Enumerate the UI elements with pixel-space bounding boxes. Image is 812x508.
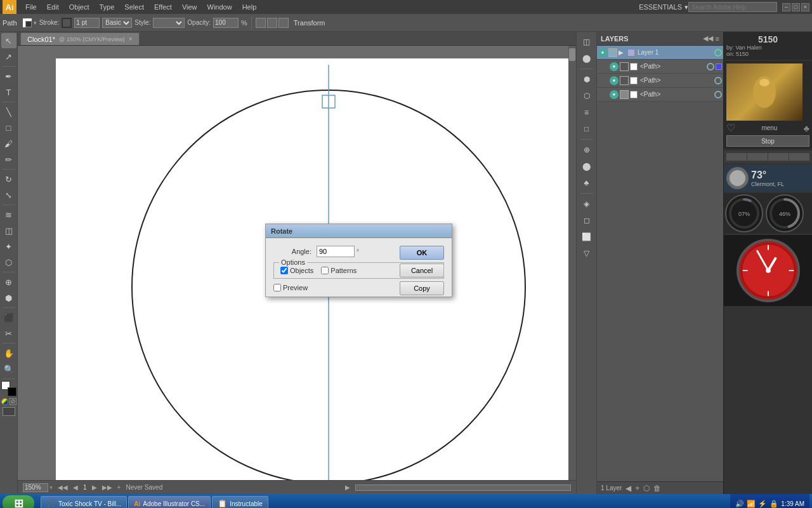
rotate-tool[interactable]: ↻ bbox=[1, 171, 16, 187]
spacing-icon[interactable] bbox=[278, 18, 289, 28]
panel-btn-5[interactable]: ≡ bbox=[579, 105, 594, 120]
symbol-tool[interactable]: ⊕ bbox=[1, 274, 16, 290]
pencil-tool[interactable]: ✏ bbox=[1, 152, 16, 167]
layer-row-0[interactable]: ● ▶ Layer 1 bbox=[597, 46, 723, 60]
tab-close-button[interactable]: × bbox=[129, 36, 133, 43]
select-tool[interactable]: ↖ bbox=[1, 33, 16, 48]
opacity-input[interactable] bbox=[213, 18, 239, 28]
artboard-tool[interactable]: ⬛ bbox=[1, 310, 16, 325]
slice-tool[interactable]: ✂ bbox=[1, 326, 16, 341]
layer-eye-0[interactable]: ● bbox=[598, 48, 607, 57]
panel-btn-12[interactable]: ⬜ bbox=[579, 229, 594, 244]
angle-input[interactable] bbox=[317, 246, 355, 257]
brush-tool[interactable]: 🖌 bbox=[1, 136, 16, 151]
add-page-button[interactable]: + bbox=[117, 484, 121, 491]
panel-btn-2[interactable]: ⬤ bbox=[579, 51, 594, 66]
warp-tool[interactable]: ≋ bbox=[1, 207, 16, 222]
next-track-button[interactable]: ♣ bbox=[804, 123, 809, 133]
stroke-weight-input[interactable] bbox=[74, 18, 100, 28]
panel-btn-9[interactable]: ♣ bbox=[579, 175, 594, 190]
menu-effect[interactable]: Effect bbox=[149, 2, 177, 12]
layer-page-prev[interactable]: ◀ bbox=[625, 484, 631, 493]
copy-button[interactable]: Copy bbox=[400, 281, 444, 295]
panel-btn-8[interactable]: ⬤ bbox=[579, 159, 594, 174]
start-button[interactable]: ⊞ bbox=[3, 495, 34, 508]
minimize-button[interactable]: – bbox=[782, 3, 790, 11]
panel-btn-7[interactable]: ⊕ bbox=[579, 142, 594, 157]
canvas-area[interactable]: Rotate OK Cancel Copy Angle: bbox=[18, 46, 576, 480]
play-button[interactable]: ▶ bbox=[345, 484, 350, 491]
vertical-scrollbar[interactable] bbox=[568, 46, 576, 480]
panel-btn-6[interactable]: □ bbox=[579, 121, 594, 137]
layer-visibility-1[interactable] bbox=[620, 62, 629, 71]
objects-checkbox-label[interactable]: Objects bbox=[280, 267, 313, 274]
stop-button[interactable]: Stop bbox=[726, 135, 809, 147]
distribute-icon[interactable] bbox=[267, 18, 277, 28]
layer-row-2[interactable]: ● <Path> bbox=[597, 74, 723, 88]
color-icon[interactable] bbox=[1, 398, 8, 405]
zoom-tool[interactable]: 🔍 bbox=[1, 361, 16, 377]
layer-eye-1[interactable]: ● bbox=[610, 62, 619, 71]
layer-eye-3[interactable]: ● bbox=[610, 90, 619, 99]
layer-page-btn[interactable]: ⬡ bbox=[643, 484, 650, 493]
layer-visibility-0[interactable] bbox=[608, 48, 617, 57]
layer-eye-2[interactable]: ● bbox=[610, 76, 619, 85]
rect-tool[interactable]: □ bbox=[1, 120, 16, 135]
layer-target-3[interactable] bbox=[714, 91, 722, 98]
layer-row-3[interactable]: ● <Path> bbox=[597, 88, 723, 102]
objects-checkbox[interactable] bbox=[280, 267, 288, 274]
type-tool[interactable]: T bbox=[1, 84, 16, 100]
none-icon[interactable]: ∅ bbox=[10, 398, 16, 405]
eyedropper-tool[interactable]: ✦ bbox=[1, 239, 16, 254]
hand-tool[interactable]: ✋ bbox=[1, 345, 16, 361]
maximize-button[interactable]: □ bbox=[792, 3, 800, 11]
search-input[interactable] bbox=[688, 2, 777, 12]
layer-add-btn[interactable]: + bbox=[635, 484, 639, 493]
line-tool[interactable]: ╲ bbox=[1, 104, 16, 119]
layers-options-btn[interactable]: ≡ bbox=[716, 35, 719, 43]
style-select[interactable] bbox=[153, 18, 185, 28]
layer-delete-btn[interactable]: 🗑 bbox=[653, 484, 661, 493]
pen-tool[interactable]: ✒ bbox=[1, 69, 16, 84]
layer-visibility-2[interactable] bbox=[620, 76, 629, 85]
nav-forward[interactable]: ▶ bbox=[92, 484, 97, 491]
close-button[interactable]: × bbox=[801, 3, 809, 11]
taskbar-item-2[interactable]: 📋 Instructable bbox=[212, 496, 268, 508]
fill-color[interactable]: ▾ bbox=[22, 18, 37, 28]
grid-widget[interactable] bbox=[724, 150, 812, 163]
layer-visibility-3[interactable] bbox=[620, 90, 629, 99]
nav-next[interactable]: ▶▶ bbox=[102, 484, 112, 491]
layer-row-1[interactable]: ● <Path> bbox=[597, 60, 723, 74]
patterns-checkbox-label[interactable]: Patterns bbox=[321, 267, 357, 274]
nav-back[interactable]: ◀ bbox=[73, 484, 78, 491]
fill-stroke-selector[interactable] bbox=[1, 381, 16, 396]
zoom-input[interactable] bbox=[23, 483, 48, 492]
menu-object[interactable]: Object bbox=[64, 2, 95, 12]
horizontal-scrollbar[interactable] bbox=[355, 485, 571, 491]
taskbar-item-0[interactable]: 🎵 Toxic Shock TV - Bill... bbox=[41, 496, 127, 508]
menu-window[interactable]: Window bbox=[202, 2, 237, 12]
stroke-color[interactable] bbox=[62, 18, 72, 28]
patterns-checkbox[interactable] bbox=[321, 267, 329, 274]
menu-file[interactable]: File bbox=[20, 2, 42, 12]
blend-tool[interactable]: ⬡ bbox=[1, 255, 16, 270]
direct-select-tool[interactable]: ↗ bbox=[1, 49, 16, 64]
menu-help[interactable]: Help bbox=[237, 2, 262, 12]
panel-btn-11[interactable]: ◻ bbox=[579, 213, 594, 228]
prev-track-button[interactable]: ♡ bbox=[726, 122, 735, 134]
menu-view[interactable]: View bbox=[177, 2, 202, 12]
taskbar-item-1[interactable]: Ai Adobe Illustrator CS... bbox=[128, 496, 211, 508]
transform-button[interactable]: Transform bbox=[291, 18, 328, 28]
scale-tool[interactable]: ⤡ bbox=[1, 187, 16, 203]
panel-btn-13[interactable]: ▽ bbox=[579, 246, 594, 261]
ok-button[interactable]: OK bbox=[400, 246, 444, 260]
preview-checkbox[interactable] bbox=[273, 284, 281, 291]
menu-edit[interactable]: Edit bbox=[42, 2, 64, 12]
gradient-tool[interactable]: ◫ bbox=[1, 223, 16, 238]
layer-target-0[interactable] bbox=[714, 49, 722, 57]
nav-prev[interactable]: ◀◀ bbox=[58, 484, 68, 491]
menu-select[interactable]: Select bbox=[119, 2, 149, 12]
essentials-dropdown[interactable]: ESSENTIALS ▾ bbox=[639, 3, 688, 11]
align-icon[interactable] bbox=[256, 18, 266, 28]
layer-expand-0[interactable]: ▶ bbox=[619, 49, 626, 56]
